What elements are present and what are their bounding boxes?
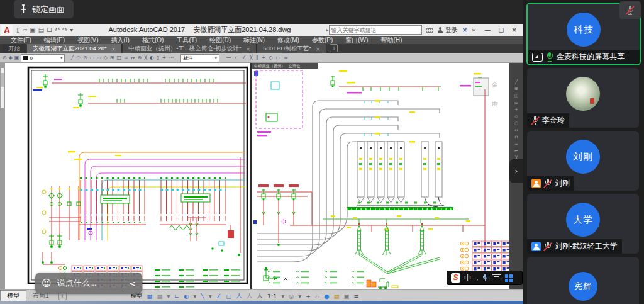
cad-drawing-left-canvas[interactable] (5, 63, 250, 289)
mic-muted-icon[interactable] (544, 179, 552, 188)
statusbar-icon[interactable]: ╲ (201, 293, 204, 300)
lock-screen-button[interactable]: 锁定画面 (14, 0, 74, 18)
menu-item[interactable]: 工具(T) (170, 36, 203, 45)
statusbar-icon[interactable]: ▣ (344, 293, 350, 300)
toolbar-icon[interactable]: ▭ (514, 100, 519, 105)
statusbar-icon[interactable]: ◎ (289, 293, 294, 300)
layout-tab[interactable]: 模型 (0, 290, 26, 301)
toolbar-icon[interactable]: ⊕ (137, 54, 142, 62)
menu-item[interactable]: 参数(P) (306, 36, 338, 45)
statusbar-icon[interactable]: ▱ (315, 293, 319, 300)
statusbar-icon[interactable]: 人 (236, 292, 242, 300)
statusbar-icon[interactable]: ▾ (167, 293, 170, 300)
toolbar-icon[interactable]: ▭ (276, 54, 281, 62)
toolbar-icon[interactable]: ╳ (250, 54, 253, 62)
document-tab[interactable]: 中粮面业（扬州）-工...楼立筒仓-初步设计* × (123, 44, 257, 53)
mic-on-icon[interactable] (546, 52, 553, 62)
qat-icon[interactable]: ▤ (38, 26, 44, 33)
menu-item[interactable]: 格式(O) (136, 36, 169, 45)
qat-icon[interactable]: ⊟ (47, 26, 52, 33)
toolbar-icon[interactable]: ◠ (76, 54, 80, 62)
qat-icon[interactable]: ▣ (30, 26, 35, 33)
menu-item[interactable]: 插入(I) (105, 36, 135, 45)
statusbar-icon[interactable]: ▦ (147, 293, 153, 300)
ime-language-toggle[interactable]: 中 (464, 273, 471, 283)
toolbar-icon[interactable]: ╱ (515, 79, 518, 84)
statusbar-icon[interactable]: ▾ (281, 293, 284, 300)
toolbar-icon[interactable]: ◇ (269, 54, 273, 62)
statusbar-icon[interactable]: 1:1 (267, 293, 277, 300)
exchange-apps-icon[interactable]: × (462, 26, 467, 33)
toolbar-icon[interactable]: + (162, 54, 166, 62)
toolbar-icon[interactable]: + (514, 107, 518, 112)
menu-item[interactable]: 编辑(E) (38, 36, 70, 45)
tab-close-icon[interactable]: × (316, 46, 321, 52)
video-tile[interactable]: 李金玲 (527, 68, 639, 128)
qat-icon[interactable]: ▱ (23, 26, 28, 33)
video-tile[interactable]: 刘刚 刘刚 (527, 131, 639, 191)
menu-item[interactable]: 修改(M) (272, 36, 305, 45)
vertical-scrollbar[interactable] (1, 68, 4, 108)
toolbar-icon[interactable]: ◫ (514, 93, 519, 98)
sogou-logo-icon[interactable]: S (451, 273, 460, 283)
toolbar-icon[interactable]: ⊞ (110, 54, 114, 62)
menu-item[interactable]: 标注(N) (238, 36, 270, 45)
layer-dropdown[interactable]: 0 ▾ (21, 54, 65, 62)
statusbar-icon[interactable]: ▾ (209, 293, 212, 300)
menu-item[interactable]: 文件(F) (5, 36, 37, 45)
statusbar-icon[interactable]: ▦ (157, 293, 163, 300)
toolbar-icon[interactable]: — (226, 54, 231, 62)
emoji-icon[interactable]: ☺ (42, 278, 52, 289)
toolbar-icon[interactable]: ⌐ (235, 54, 239, 62)
ime-mic-icon[interactable] (482, 274, 488, 282)
statusbar-icon[interactable]: ∠ (216, 293, 222, 300)
toolbar-icon[interactable]: ╳ (144, 54, 147, 62)
new-tab-button[interactable]: + (330, 44, 338, 52)
statusbar-icon[interactable]: ◐ (184, 293, 189, 300)
chat-collapse-icon[interactable]: < (129, 279, 136, 288)
toolbar-icon[interactable]: ⌐ (514, 149, 518, 154)
toolbar-icon[interactable]: ◐ (150, 54, 154, 62)
toolbar-icon[interactable]: ▯ (157, 54, 159, 62)
statusbar-icon[interactable]: ▢ (226, 293, 231, 300)
menu-item[interactable]: 窗口(W) (340, 36, 374, 45)
menu-item[interactable]: 帮助(H) (375, 36, 408, 45)
toolbar-icon[interactable]: ≡ (284, 54, 288, 62)
toolbar-icon[interactable]: ▭ (90, 54, 95, 62)
close-button[interactable]: × (512, 26, 517, 33)
document-tab[interactable]: 安徽雁湖平立面2021.04.28* × (27, 44, 122, 53)
search-input[interactable] (329, 25, 422, 35)
statusbar-icon[interactable]: 人 (257, 292, 263, 300)
self-mute-control[interactable] (619, 1, 641, 19)
cad-document-left[interactable] (5, 63, 250, 289)
autocad-logo-icon[interactable]: A (1, 25, 13, 35)
ime-toolbar[interactable]: S 中 ·, (447, 271, 523, 285)
mic-muted-icon[interactable] (544, 242, 552, 251)
more-tools-icon[interactable]: » (472, 26, 475, 33)
mic-muted-icon[interactable] (531, 116, 539, 125)
search-icon[interactable] (426, 28, 433, 33)
minimize-button[interactable]: — (484, 26, 491, 33)
ime-punctuation-toggle[interactable]: ·, (475, 275, 479, 281)
toolbar-icon[interactable]: ∥ (256, 54, 258, 62)
toolbar-icon[interactable]: ◈ (9, 54, 13, 62)
sign-in-button[interactable]: 登录 (438, 26, 458, 35)
ime-menu-icon[interactable] (505, 274, 508, 278)
video-tile[interactable]: 大学 刘刚-武汉轻工大学 (527, 194, 639, 254)
chat-quick-input[interactable]: ☺ 说点什么... < (35, 273, 142, 294)
cad-document-right[interactable]: 中粮面业（扬州）...立筒仓 (252, 63, 509, 289)
panel-collapse-handle[interactable]: › (509, 159, 523, 183)
toolbar-icon[interactable]: ⊙ (83, 54, 87, 62)
document-tab[interactable]: 开始 × (3, 44, 26, 53)
statusbar-icon[interactable]: ∟ (174, 293, 179, 300)
chat-input[interactable]: 说点什么... (57, 278, 117, 289)
cad-drawing-right-canvas[interactable]: 中粮面业（扬州）...立筒仓 (252, 63, 509, 289)
qat-icon[interactable]: ↷ (62, 26, 67, 33)
qat-icon[interactable]: ▯ (16, 26, 20, 33)
statusbar-icon[interactable]: ● (324, 293, 329, 300)
toolbar-icon[interactable]: ↔ (131, 54, 135, 62)
toolbar-icon[interactable]: ≈ (124, 54, 128, 62)
toolbar-icon[interactable]: ⊓ (514, 135, 518, 140)
statusbar-icon[interactable]: ▾ (194, 293, 197, 300)
toolbar-icon[interactable]: ≈ (514, 142, 518, 147)
